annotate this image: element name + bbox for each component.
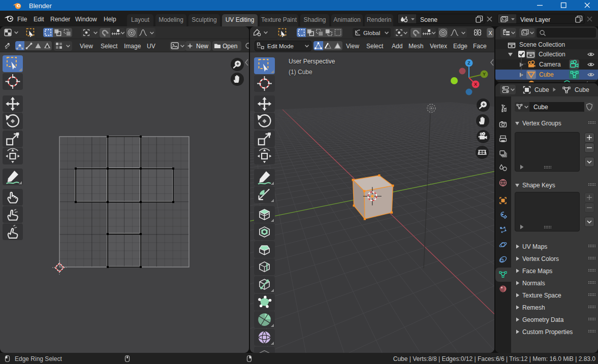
svg-text:X: X [474, 82, 477, 87]
svg-text:New: New [196, 43, 208, 50]
svg-text:Z: Z [467, 60, 470, 65]
svg-text:Y: Y [483, 72, 486, 77]
svg-text:X: X [489, 30, 493, 36]
svg-text:Global: Global [363, 30, 380, 36]
svg-text:Open: Open [223, 43, 237, 50]
svg-text:Edit Mode: Edit Mode [267, 43, 294, 49]
